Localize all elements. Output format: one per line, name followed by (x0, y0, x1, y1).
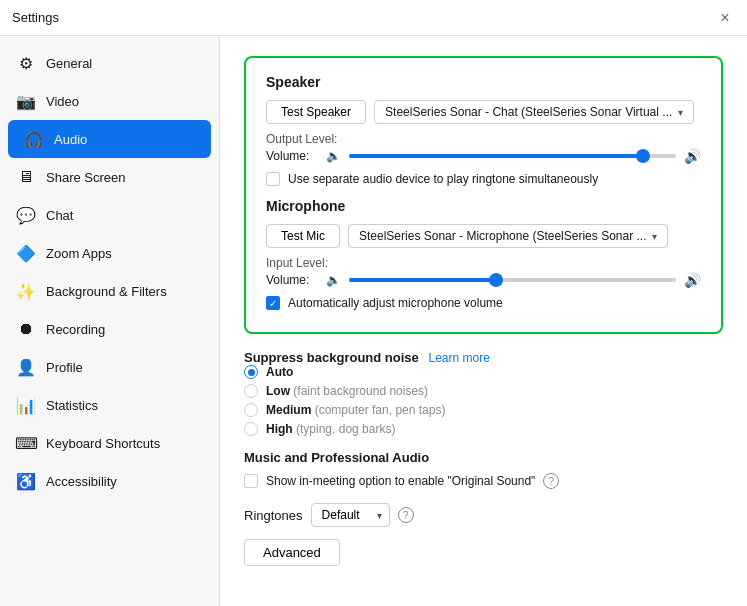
ringtone-label: Use separate audio device to play ringto… (288, 172, 598, 186)
speaker-title: Speaker (266, 74, 701, 90)
sidebar-item-label-statistics: Statistics (46, 398, 98, 413)
radio-label-auto: Auto (266, 365, 293, 379)
sidebar-item-label-keyboard: Keyboard Shortcuts (46, 436, 160, 451)
sidebar-item-zoom-apps[interactable]: 🔷 Zoom Apps (0, 234, 219, 272)
speaker-volume-slider[interactable] (349, 154, 676, 158)
profile-icon: 👤 (16, 357, 36, 377)
suppress-option-low[interactable]: Low (faint background noises) (244, 384, 723, 398)
auto-adjust-checkbox[interactable] (266, 296, 280, 310)
radio-label-low: Low (faint background noises) (266, 384, 428, 398)
radio-medium[interactable] (244, 403, 258, 417)
speaker-volume-label: Volume: (266, 149, 318, 163)
original-sound-label: Show in-meeting option to enable "Origin… (266, 474, 535, 488)
speaker-device-select[interactable]: SteelSeries Sonar - Chat (SteelSeries So… (374, 100, 694, 124)
sidebar-item-label-general: General (46, 56, 92, 71)
sidebar-item-label-recording: Recording (46, 322, 105, 337)
music-title: Music and Professional Audio (244, 450, 723, 465)
chat-icon: 💬 (16, 205, 36, 225)
sidebar-item-label-profile: Profile (46, 360, 83, 375)
mic-volume-high-icon: 🔊 (684, 272, 701, 288)
sidebar-item-accessibility[interactable]: ♿ Accessibility (0, 462, 219, 500)
audio-settings-box: Speaker Test Speaker SteelSeries Sonar -… (244, 56, 723, 334)
suppress-option-high[interactable]: High (typing, dog barks) (244, 422, 723, 436)
close-button[interactable]: × (715, 8, 735, 28)
test-speaker-button[interactable]: Test Speaker (266, 100, 366, 124)
statistics-icon: 📊 (16, 395, 36, 415)
sidebar-item-audio[interactable]: 🎧 Audio (8, 120, 211, 158)
video-icon: 📷 (16, 91, 36, 111)
suppress-option-medium[interactable]: Medium (computer fan, pen taps) (244, 403, 723, 417)
general-icon: ⚙ (16, 53, 36, 73)
sidebar-item-profile[interactable]: 👤 Profile (0, 348, 219, 386)
output-level-label: Output Level: (266, 132, 701, 146)
share-screen-icon: 🖥 (16, 167, 36, 187)
auto-adjust-row: Automatically adjust microphone volume (266, 296, 701, 310)
speaker-volume-row: Volume: 🔈 🔊 (266, 148, 701, 164)
volume-low-icon: 🔈 (326, 149, 341, 163)
ringtones-select-wrapper: DefaultNoneChimePiano (311, 503, 390, 527)
keyboard-icon: ⌨ (16, 433, 36, 453)
suppress-title: Suppress background noise (244, 350, 419, 365)
audio-icon: 🎧 (24, 129, 44, 149)
original-sound-help-icon[interactable]: ? (543, 473, 559, 489)
ringtones-help-icon[interactable]: ? (398, 507, 414, 523)
learn-more-link[interactable]: Learn more (428, 351, 489, 365)
volume-high-icon: 🔊 (684, 148, 701, 164)
mic-device-select[interactable]: SteelSeries Sonar - Microphone (SteelSer… (348, 224, 668, 248)
sidebar-item-label-audio: Audio (54, 132, 87, 147)
sidebar-item-label-zoom-apps: Zoom Apps (46, 246, 112, 261)
speaker-row: Test Speaker SteelSeries Sonar - Chat (S… (266, 100, 701, 124)
sidebar-item-label-background: Background & Filters (46, 284, 167, 299)
original-sound-checkbox[interactable] (244, 474, 258, 488)
microphone-title: Microphone (266, 198, 701, 214)
mic-chevron-icon: ▾ (652, 231, 657, 242)
radio-label-high: High (typing, dog barks) (266, 422, 395, 436)
sidebar-item-general[interactable]: ⚙ General (0, 44, 219, 82)
accessibility-icon: ♿ (16, 471, 36, 491)
window-title: Settings (12, 10, 59, 25)
sidebar-item-share-screen[interactable]: 🖥 Share Screen (0, 158, 219, 196)
ringtones-select[interactable]: DefaultNoneChimePiano (311, 503, 390, 527)
speaker-device-text: SteelSeries Sonar - Chat (SteelSeries So… (385, 105, 672, 119)
mic-device-text: SteelSeries Sonar - Microphone (SteelSer… (359, 229, 646, 243)
test-mic-button[interactable]: Test Mic (266, 224, 340, 248)
sidebar-item-label-accessibility: Accessibility (46, 474, 117, 489)
sidebar-item-keyboard[interactable]: ⌨ Keyboard Shortcuts (0, 424, 219, 462)
music-section: Music and Professional Audio Show in-mee… (244, 450, 723, 489)
mic-volume-row: Volume: 🔈 🔊 (266, 272, 701, 288)
input-level-label: Input Level: (266, 256, 701, 270)
sidebar-item-recording[interactable]: ⏺ Recording (0, 310, 219, 348)
sidebar: ⚙ General 📷 Video 🎧 Audio 🖥 Share Screen… (0, 36, 220, 606)
mic-volume-low-icon: 🔈 (326, 273, 341, 287)
background-icon: ✨ (16, 281, 36, 301)
sidebar-item-statistics[interactable]: 📊 Statistics (0, 386, 219, 424)
sidebar-item-label-video: Video (46, 94, 79, 109)
auto-adjust-label: Automatically adjust microphone volume (288, 296, 503, 310)
sidebar-item-video[interactable]: 📷 Video (0, 82, 219, 120)
ringtone-checkbox[interactable] (266, 172, 280, 186)
radio-label-medium: Medium (computer fan, pen taps) (266, 403, 445, 417)
advanced-button[interactable]: Advanced (244, 539, 340, 566)
ringtone-checkbox-row: Use separate audio device to play ringto… (266, 172, 701, 186)
radio-high[interactable] (244, 422, 258, 436)
advanced-section: Advanced (244, 539, 723, 566)
sidebar-item-background[interactable]: ✨ Background & Filters (0, 272, 219, 310)
suppress-option-auto[interactable]: Auto (244, 365, 723, 379)
ringtones-row: Ringtones DefaultNoneChimePiano ? (244, 503, 723, 527)
zoom-apps-icon: 🔷 (16, 243, 36, 263)
sidebar-item-label-chat: Chat (46, 208, 73, 223)
radio-low[interactable] (244, 384, 258, 398)
speaker-chevron-icon: ▾ (678, 107, 683, 118)
radio-auto[interactable] (244, 365, 258, 379)
mic-volume-slider[interactable] (349, 278, 676, 282)
original-sound-row: Show in-meeting option to enable "Origin… (244, 473, 723, 489)
content-area: Speaker Test Speaker SteelSeries Sonar -… (220, 36, 747, 606)
main-container: ⚙ General 📷 Video 🎧 Audio 🖥 Share Screen… (0, 36, 747, 606)
sidebar-item-chat[interactable]: 💬 Chat (0, 196, 219, 234)
microphone-row: Test Mic SteelSeries Sonar - Microphone … (266, 224, 701, 248)
suppress-section: Suppress background noise Learn more Aut… (244, 350, 723, 436)
sidebar-item-label-share-screen: Share Screen (46, 170, 126, 185)
ringtones-label: Ringtones (244, 508, 303, 523)
mic-volume-label: Volume: (266, 273, 318, 287)
title-bar: Settings × (0, 0, 747, 36)
